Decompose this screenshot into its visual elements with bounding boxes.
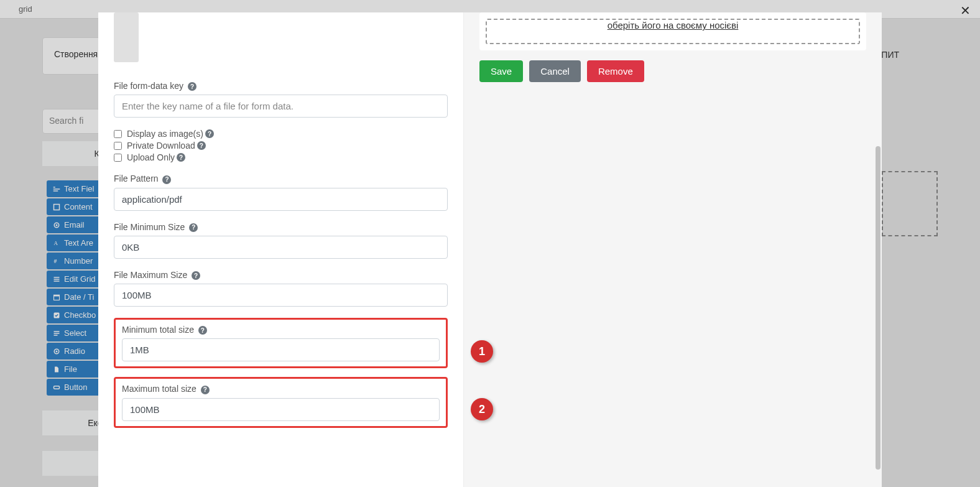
modal-left-panel: File form-data key ? Display as image(s)… [98, 12, 464, 487]
checkbox-options: Display as image(s) ? Private Download ?… [114, 129, 448, 162]
max-total-label: Maximum total size ? [122, 384, 440, 394]
scrollbar-thumb[interactable] [876, 146, 881, 470]
help-icon[interactable]: ? [201, 386, 210, 394]
help-icon[interactable]: ? [177, 153, 185, 162]
display-as-images-checkbox[interactable] [114, 130, 122, 138]
file-pattern-label: File Pattern ? [114, 174, 448, 183]
preview-placeholder [114, 12, 139, 62]
file-form-data-key-input[interactable] [114, 95, 448, 118]
max-total-input[interactable] [122, 398, 440, 421]
min-total-highlight: Minimum total size ? [114, 318, 448, 368]
file-min-size-group: File Minimum Size ? [114, 222, 448, 259]
display-as-images-label: Display as image(s) [127, 129, 203, 139]
action-buttons: Save Cancel Remove [479, 60, 866, 82]
max-total-highlight: Maximum total size ? [114, 377, 448, 427]
help-icon[interactable]: ? [189, 223, 198, 232]
remove-button[interactable]: Remove [587, 60, 644, 82]
help-icon[interactable]: ? [198, 326, 207, 335]
help-icon[interactable]: ? [188, 82, 196, 91]
file-form-data-key-group: File form-data key ? [114, 81, 448, 118]
file-max-size-group: File Maximum Size ? [114, 270, 448, 307]
private-download-label: Private Download [127, 141, 195, 151]
save-button[interactable]: Save [479, 60, 523, 82]
file-max-size-label: File Maximum Size ? [114, 270, 448, 280]
upload-only-checkbox[interactable] [114, 154, 122, 162]
callout-badge-2: 2 [471, 398, 493, 420]
file-max-size-input[interactable] [114, 284, 448, 307]
cancel-button[interactable]: Cancel [529, 60, 581, 82]
upload-only-label: Upload Only [127, 152, 175, 162]
help-icon[interactable]: ? [192, 271, 200, 280]
file-form-data-key-label: File form-data key ? [114, 81, 448, 91]
file-pattern-group: File Pattern ? [114, 174, 448, 210]
help-icon[interactable]: ? [162, 175, 171, 184]
modal-right-panel: оберіть його на своєму носієві Save Canc… [464, 12, 882, 487]
min-total-input[interactable] [122, 338, 440, 361]
private-download-checkbox[interactable] [114, 142, 122, 150]
callout-badge-1: 1 [471, 340, 493, 363]
upload-zone-card: оберіть його на своєму носієві [479, 12, 866, 50]
file-min-size-input[interactable] [114, 236, 448, 259]
upload-dropzone[interactable]: оберіть його на своєму носієві [486, 19, 860, 44]
scrollbar[interactable] [876, 19, 881, 481]
modal-overlay: File form-data key ? Display as image(s)… [0, 0, 980, 487]
file-pattern-input[interactable] [114, 188, 448, 211]
help-icon[interactable]: ? [205, 129, 214, 138]
min-total-label: Minimum total size ? [122, 325, 440, 335]
file-min-size-label: File Minimum Size ? [114, 222, 448, 232]
help-icon[interactable]: ? [197, 141, 206, 150]
upload-link-text[interactable]: оберіть його на своєму носієві [608, 20, 739, 30]
